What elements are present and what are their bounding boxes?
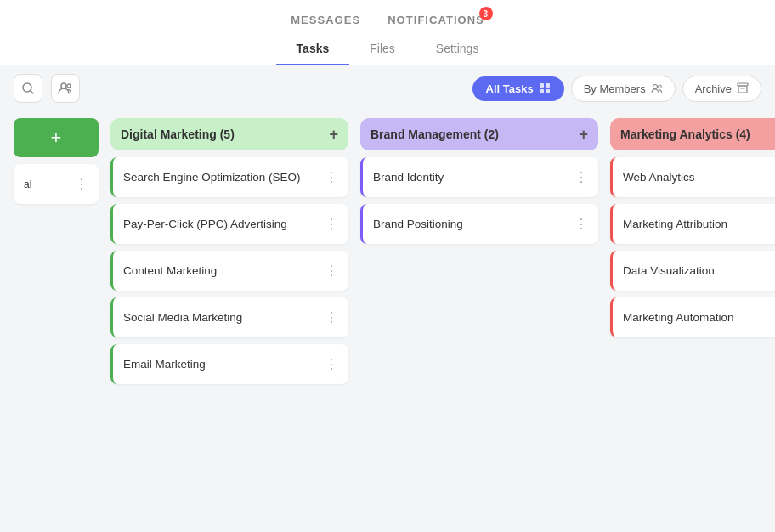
column-header-brand-management: Brand Management (2) + (360, 118, 598, 150)
archive-button[interactable]: Archive (682, 76, 761, 102)
card-label-marketing-attribution: Marketing Attribution (623, 218, 727, 230)
column-title-brand-management: Brand Management (2) (371, 127, 499, 141)
top-nav: MESSAGES NOTIFICATIONS 3 (0, 0, 775, 33)
card-seo[interactable]: Search Engine Optimization (SEO) ⋮ (110, 157, 348, 197)
column-brand-management: Brand Management (2) + Brand Identity ⋮ … (360, 118, 598, 244)
card-label-brand-positioning: Brand Positioning (373, 218, 463, 230)
partial-add-button[interactable]: + (14, 118, 99, 157)
card-brand-identity[interactable]: Brand Identity ⋮ (360, 157, 598, 197)
svg-point-8 (653, 85, 657, 89)
card-label-data-visualization: Data Visualization (623, 264, 715, 277)
all-tasks-icon (539, 82, 551, 94)
by-members-label: By Members (584, 82, 646, 95)
card-label-web-analytics: Web Analytics (623, 171, 695, 184)
kanban-board: + al ⋮ Digital Marketing (5) + Search En… (0, 111, 775, 521)
column-marketing-analytics: Marketing Analytics (4) + Web Analytics … (610, 118, 775, 337)
card-label-seo: Search Engine Optimization (SEO) (123, 171, 301, 184)
svg-point-2 (61, 83, 66, 88)
card-brand-positioning[interactable]: Brand Positioning ⋮ (360, 204, 598, 244)
svg-rect-7 (546, 89, 550, 93)
card-menu-brand-identity[interactable]: ⋮ (574, 169, 588, 185)
notification-badge: 3 (479, 7, 493, 20)
tab-files[interactable]: Files (349, 33, 416, 65)
card-email-marketing[interactable]: Email Marketing ⋮ (110, 344, 348, 384)
column-header-digital-marketing: Digital Marketing (5) + (110, 118, 348, 150)
tabs-row: Tasks Files Settings (0, 33, 775, 65)
add-card-digital-marketing[interactable]: + (329, 127, 338, 142)
notifications-nav[interactable]: NOTIFICATIONS 3 (388, 14, 484, 26)
by-members-icon (651, 82, 663, 94)
card-social-media[interactable]: Social Media Marketing ⋮ (110, 297, 348, 337)
users-icon (58, 82, 73, 95)
column-title-marketing-analytics: Marketing Analytics (4) (620, 127, 750, 141)
partial-label: al (24, 178, 31, 190)
card-menu-brand-positioning[interactable]: ⋮ (574, 216, 588, 232)
svg-rect-6 (540, 89, 544, 93)
card-menu-seo[interactable]: ⋮ (325, 169, 338, 185)
card-menu-email-marketing[interactable]: ⋮ (325, 356, 338, 372)
svg-rect-4 (540, 83, 544, 88)
partial-card-menu[interactable]: ⋮ (75, 176, 88, 192)
svg-point-9 (658, 85, 661, 88)
tab-tasks[interactable]: Tasks (276, 33, 350, 65)
card-web-analytics[interactable]: Web Analytics ⋮ (610, 157, 775, 197)
column-title-digital-marketing: Digital Marketing (5) (121, 127, 235, 141)
card-content-marketing[interactable]: Content Marketing ⋮ (110, 251, 348, 291)
svg-rect-11 (738, 86, 747, 93)
toolbar: All Tasks By Members Archive (0, 65, 775, 111)
messages-nav[interactable]: MESSAGES (291, 14, 360, 26)
card-label-email-marketing: Email Marketing (123, 358, 206, 371)
card-label-marketing-automation: Marketing Automation (623, 311, 734, 324)
column-partial: + al ⋮ (14, 118, 99, 204)
archive-label: Archive (695, 82, 732, 95)
svg-line-1 (31, 91, 34, 94)
card-label-social-media: Social Media Marketing (123, 311, 242, 324)
card-menu-ppc[interactable]: ⋮ (325, 216, 338, 232)
archive-icon (737, 82, 749, 94)
search-icon (21, 82, 35, 95)
card-label-content-marketing: Content Marketing (123, 264, 217, 277)
partial-card: al ⋮ (14, 164, 99, 204)
card-data-visualization[interactable]: Data Visualization ⋮ (610, 251, 775, 291)
card-ppc[interactable]: Pay-Per-Click (PPC) Advertising ⋮ (110, 204, 348, 244)
card-menu-content-marketing[interactable]: ⋮ (325, 263, 338, 279)
card-label-ppc: Pay-Per-Click (PPC) Advertising (123, 218, 287, 230)
column-header-marketing-analytics: Marketing Analytics (4) + (610, 118, 775, 150)
column-digital-marketing: Digital Marketing (5) + Search Engine Op… (110, 118, 348, 384)
card-marketing-automation[interactable]: Marketing Automation ⋮ (610, 297, 775, 337)
add-card-brand-management[interactable]: + (579, 127, 588, 142)
card-label-brand-identity: Brand Identity (373, 171, 444, 184)
card-menu-social-media[interactable]: ⋮ (325, 309, 338, 325)
tab-settings[interactable]: Settings (416, 33, 500, 65)
all-tasks-button[interactable]: All Tasks (472, 76, 564, 101)
all-tasks-label: All Tasks (486, 82, 534, 95)
svg-rect-5 (546, 83, 550, 88)
svg-point-3 (67, 84, 71, 88)
by-members-button[interactable]: By Members (571, 76, 676, 102)
search-button[interactable] (14, 74, 42, 103)
users-button[interactable] (51, 74, 80, 103)
card-marketing-attribution[interactable]: Marketing Attribution ⋮ (610, 204, 775, 244)
